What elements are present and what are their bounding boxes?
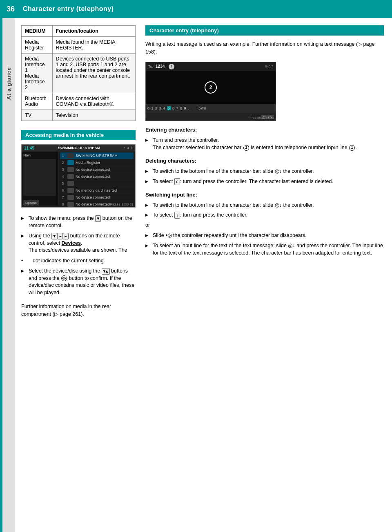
entering-item-1: Turn and press the controller. The chara… <box>145 135 384 153</box>
phone-number: 1234 <box>156 64 165 69</box>
down-key-icon: ↓ <box>174 212 180 219</box>
screen-row-3: 4No device connected <box>60 173 134 180</box>
phone-caption: P82.89-0279-31 <box>251 116 274 120</box>
table-cell-desc-3: Television <box>52 110 135 121</box>
deleting-heading: Deleting characters: <box>145 158 384 164</box>
col-medium-header: MEDIUM <box>22 26 53 37</box>
table-cell-medium-1: Media Interface 1 Media Interface 2 <box>22 54 53 93</box>
screen-body: Navi 1SWIMMING UP STREAM2Media Register3… <box>22 152 135 205</box>
screen-row-6: 7No device connected <box>60 194 134 201</box>
entering-heading: Entering characters: <box>145 127 384 133</box>
accessing-section-header: Accessing media in the vehicle <box>21 130 136 140</box>
screen-nav-panel: Navi <box>22 152 58 205</box>
switching-item-4: To select an input line for the text of … <box>145 241 384 259</box>
table-cell-medium-3: TV <box>22 110 53 121</box>
screen-title-highlight: SWIMMING UP STREAM <box>58 146 100 150</box>
down-up-btn: ▼▲ <box>102 268 110 275</box>
phone-char-bar: 0 1 2 3 4 5 6 7 8 9 ._ +pwn <box>146 104 276 113</box>
screen-time: 11:45 <box>24 146 34 150</box>
table-cell-medium-2: Bluetooth Audio <box>22 93 53 110</box>
screen-menu-list: 1SWIMMING UP STREAM2Media Register3No de… <box>58 152 135 205</box>
bullet-dot-current: dot indicates the current setting. <box>21 256 136 266</box>
switching-heading: Switching input line: <box>145 192 384 198</box>
phone-circle-2: 2 <box>205 81 217 94</box>
ok-circle-icon: ok <box>61 275 67 281</box>
page-title: Character entry (telephony) <box>23 5 114 13</box>
c-key-icon: c <box>174 178 180 185</box>
screen-row-2: 3No device connected <box>60 166 134 173</box>
bullet-show-menu: To show the menu: press the ▼ button on … <box>21 213 136 231</box>
deleting-item-2: To select c: turn and press the controll… <box>145 177 384 187</box>
entering-list: Turn and press the controller. The chara… <box>145 135 384 153</box>
screen-indicator: • ◄ 1 <box>124 146 133 150</box>
char-bar-circle-icon: 2 <box>243 145 249 151</box>
entering-section: Entering characters: Turn and press the … <box>145 127 384 153</box>
sidebar-label: At a glance <box>6 67 12 100</box>
switching-section: Switching input line: To switch to the b… <box>145 192 384 259</box>
switching-item-1: To switch to the bottom line of the char… <box>145 200 384 210</box>
device-screenshot: 11:45 SWIMMING UP STREAM • ◄ 1 Navi 1SWI… <box>21 144 136 208</box>
down-button-icon: ▼ <box>95 215 101 222</box>
phone-main-area: 2 <box>146 71 276 104</box>
header-bar: 36 Character entry (telephony) <box>0 0 392 18</box>
input-line-circle-icon: 1 <box>349 145 355 151</box>
switching-item-3: Slide •◎ the controller repeatedly until… <box>145 230 384 241</box>
screen-row-0: 1SWIMMING UP STREAM <box>60 152 134 159</box>
left-btn: ◄ <box>57 233 63 239</box>
screen-row-4: 5 <box>60 180 134 187</box>
phone-char-selected: 5 <box>167 106 171 110</box>
deleting-item-1: To switch to the bottom line of the char… <box>145 166 384 177</box>
phone-to-label: To: <box>148 65 153 69</box>
deleting-list: To switch to the bottom line of the char… <box>145 166 384 187</box>
accessing-bullets: To show the menu: press the ▼ button on … <box>21 213 136 298</box>
switching-item-2: To select ↓: turn and press the controll… <box>145 210 384 220</box>
bullet-using-buttons: Using the ▼◄► buttons on the remote cont… <box>21 231 136 256</box>
phone-circle-1: 1 <box>169 64 174 69</box>
down-btn: ▼ <box>51 233 57 239</box>
screen-row-5: 6No memory card inserted <box>60 187 134 194</box>
intro-text: Writing a text message is used as an exa… <box>145 40 384 56</box>
table-cell-medium-0: Media Register <box>22 37 53 54</box>
sidebar-tab: At a glance <box>2 18 15 532</box>
deleting-section: Deleting characters: To switch to the bo… <box>145 158 384 187</box>
col-function-header: Function/location <box>52 26 135 37</box>
phone-chars: 0 1 2 3 4 5 6 7 8 9 ._ +pwn <box>147 106 207 110</box>
bullet-select-device: Select the device/disc using the ▼▲ butt… <box>21 266 136 298</box>
screenshot-caption: P82.87-9550-31 <box>110 203 134 206</box>
table-cell-desc-1: Devices connected to USB ports 1 and 2. … <box>52 54 135 93</box>
phone-top-bar: To: 1234 1 840 7 <box>146 62 276 71</box>
right-btn: ► <box>63 233 69 239</box>
right-column: Character entry (telephony) Writing a te… <box>145 25 384 525</box>
table-cell-desc-2: Devices connected with COMAND via Blueto… <box>52 93 135 110</box>
screen-header: 11:45 SWIMMING UP STREAM • ◄ 1 <box>22 145 135 152</box>
phone-right-info: 840 7 <box>265 65 273 68</box>
screen-row-1: 2Media Register <box>60 159 134 166</box>
main-layout: At a glance MEDIUM Function/location Med… <box>0 18 392 532</box>
page-number: 36 <box>7 5 15 13</box>
content-area: MEDIUM Function/location Media RegisterM… <box>15 18 392 532</box>
phone-screenshot: To: 1234 1 840 7 2 0 1 2 3 4 5 6 7 8 9 .… <box>145 62 276 121</box>
switching-list: To switch to the bottom line of the char… <box>145 200 384 259</box>
or-separator: or <box>145 220 384 230</box>
screen-nav-label: Navi <box>23 153 56 157</box>
further-info-text: Further information on media in the rear… <box>21 303 136 318</box>
char-entry-header: Character entry (telephony) <box>145 25 384 36</box>
left-column: MEDIUM Function/location Media RegisterM… <box>21 25 136 525</box>
table-cell-desc-0: Media found in the MEDIA REGISTER. <box>52 37 135 54</box>
medium-table: MEDIUM Function/location Media RegisterM… <box>21 25 136 121</box>
options-button[interactable]: Options <box>23 200 39 206</box>
